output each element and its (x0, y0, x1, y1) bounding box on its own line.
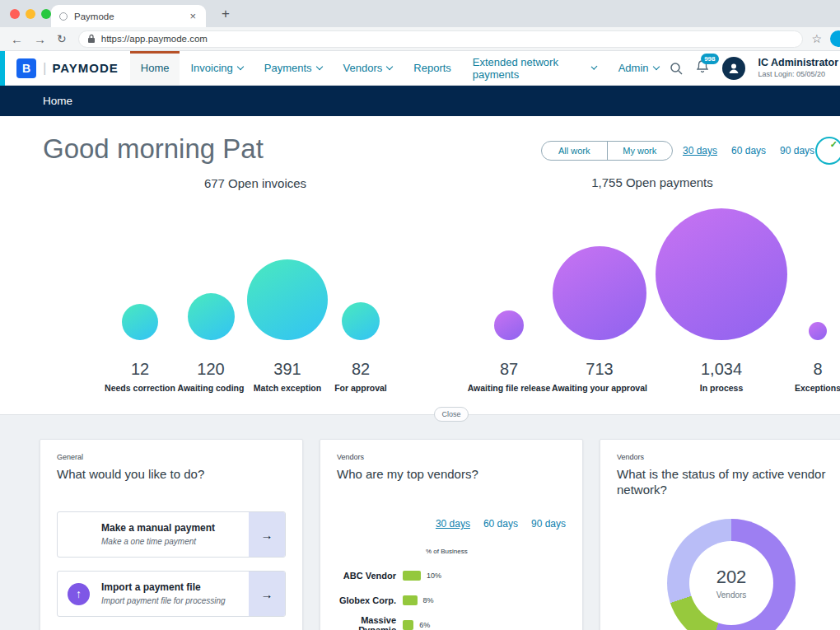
vendor-share-value: 10% (427, 572, 441, 580)
person-icon (727, 62, 740, 75)
open-payments-bubble-chart: 87 Awaiting file release 713 Awaiting yo… (471, 207, 840, 393)
bubble-label: Awaiting your approval (552, 383, 647, 393)
open-payments-title: 1,755 Open payments (527, 175, 777, 189)
bubble-label: Needs correction (105, 383, 175, 393)
bubble-for-approval[interactable]: 82 For approval (329, 258, 392, 393)
bubble-label: Match exception (254, 383, 321, 393)
tab-close-icon[interactable]: × (188, 10, 198, 22)
vendor-name: Massive Dynamic (337, 615, 396, 630)
action-label: Import a payment file (101, 581, 226, 593)
nav-item-reports[interactable]: Reports (403, 51, 462, 85)
nav-item-admin[interactable]: Admin (608, 51, 670, 85)
reload-icon[interactable]: ↻ (57, 33, 67, 44)
paymode-logo[interactable]: B | PAYMODE (0, 51, 119, 85)
bubble-value: 120 (197, 360, 224, 379)
vendor-name: Globex Corp. (337, 595, 396, 605)
app-header: B | PAYMODE Home Invoicing Payments Vend… (0, 51, 840, 86)
erp-status-badge[interactable]: ✓ (815, 137, 840, 165)
window-zoom-button[interactable] (41, 9, 51, 19)
bubble-circle[interactable] (188, 293, 235, 340)
nav-item-vendors[interactable]: Vendors (333, 51, 404, 85)
chevron-down-icon (386, 63, 393, 69)
bubble-circle[interactable] (122, 304, 158, 340)
breadcrumb[interactable]: Home (43, 95, 72, 107)
logo-separator: | (43, 60, 46, 77)
range-60-days[interactable]: 60 days (731, 145, 766, 156)
bubble-circle[interactable] (553, 246, 646, 340)
back-icon[interactable]: ← (11, 33, 23, 45)
range-60-days[interactable]: 60 days (483, 518, 518, 530)
action-label: Make a manual payment (101, 522, 215, 534)
address-bar[interactable]: https://app.paymode.com (78, 30, 804, 48)
bubble-awaiting-coding[interactable]: 120 Awaiting coding (176, 258, 245, 393)
nav-label: Home (141, 62, 170, 74)
make-manual-payment-button[interactable]: Make a manual payment Make a one time pa… (57, 511, 286, 558)
bubble-circle[interactable] (494, 310, 524, 340)
bubble-in-process[interactable]: 1,034 In process (652, 207, 791, 393)
bubble-awaiting-your-approval[interactable]: 713 Awaiting your approval (547, 207, 652, 393)
vendor-network-chart: 202 Vendors (667, 519, 796, 630)
close-button[interactable]: Close (434, 407, 469, 422)
user-avatar[interactable] (722, 57, 745, 80)
browser-window: Paymode × + ← → ↻ https://app.paymode.co… (0, 0, 840, 630)
nav-item-payments[interactable]: Payments (254, 51, 333, 85)
toggle-all-work[interactable]: All work (542, 142, 607, 160)
bubble-label: Exceptions (795, 383, 840, 393)
bubble-label: For approval (334, 383, 387, 393)
header-right-controls: 998 IC Administrator Last Login: 05/05/2… (670, 51, 840, 85)
search-icon[interactable] (670, 62, 683, 75)
vendor-row[interactable]: Massive Dynamic 6% (337, 613, 566, 630)
range-30-days[interactable]: 30 days (436, 518, 470, 530)
chevron-down-icon (315, 63, 322, 69)
bubble-value: 12 (131, 360, 149, 379)
bubble-circle[interactable] (809, 322, 827, 340)
upload-icon: ↑ (68, 583, 90, 605)
cards-row: General What would you like to do? Make … (40, 439, 840, 630)
bookmark-star-icon[interactable]: ☆ (811, 32, 822, 45)
notifications-bell[interactable]: 998 (696, 59, 709, 77)
bubble-circle[interactable] (247, 259, 328, 340)
nav-item-home[interactable]: Home (130, 51, 180, 85)
bubble-circle[interactable] (342, 302, 380, 340)
toggle-my-work[interactable]: My work (607, 142, 673, 160)
browser-profile-avatar[interactable] (830, 30, 840, 47)
donut-center: 202 Vendors (667, 519, 796, 630)
import-payment-file-button[interactable]: ↑ Import a payment file Import payment f… (57, 571, 286, 617)
range-90-days[interactable]: 90 days (780, 145, 814, 156)
range-90-days[interactable]: 90 days (531, 518, 566, 530)
forward-icon[interactable]: → (34, 33, 46, 45)
bubble-match-exception[interactable]: 391 Match exception (245, 258, 329, 393)
open-invoices-title: 677 Open invoices (132, 176, 379, 190)
nav-label: Invoicing (190, 62, 232, 74)
nav-item-extended-network-payments[interactable]: Extended network payments (462, 51, 608, 85)
date-range-links: 30 days 60 days 90 days (683, 145, 814, 156)
vendor-share-bar (403, 571, 421, 581)
bubble-circle[interactable] (656, 208, 787, 340)
chevron-down-icon (652, 63, 659, 69)
logo-text: PAYMODE (52, 61, 118, 75)
main-nav: Home Invoicing Payments Vendors Reports … (130, 51, 670, 85)
work-toggle: All work My work (541, 141, 673, 161)
card-eyebrow: Vendors (337, 453, 566, 461)
bubble-awaiting-file-release[interactable]: 87 Awaiting file release (471, 207, 547, 393)
nav-label: Extended network payments (473, 56, 588, 81)
window-minimize-button[interactable] (26, 9, 35, 19)
vendor-count: 202 (716, 567, 747, 588)
vendor-row[interactable]: Globex Corp. 8% (337, 588, 566, 613)
arrow-right-icon: → (249, 512, 285, 557)
vendor-name: ABC Vendor (337, 571, 396, 581)
browser-tab[interactable]: Paymode × (51, 5, 206, 27)
vendor-share-value: 6% (419, 621, 430, 629)
window-close-button[interactable] (10, 9, 20, 19)
range-30-days[interactable]: 30 days (683, 145, 717, 156)
nav-label: Payments (264, 62, 312, 74)
bubble-label: Awaiting coding (178, 383, 245, 393)
vendor-row[interactable]: ABC Vendor 10% (337, 563, 566, 588)
nav-item-invoicing[interactable]: Invoicing (180, 51, 253, 85)
bubble-label: In process (700, 383, 744, 393)
new-tab-button[interactable]: + (216, 4, 236, 24)
bubble-needs-correction[interactable]: 12 Needs correction (104, 258, 176, 393)
card-top-vendors: Vendors Who are my top vendors? 30 days … (320, 439, 583, 630)
bubble-exceptions[interactable]: 8 Exceptions (791, 207, 840, 393)
browser-tabstrip: Paymode × + (0, 0, 840, 27)
